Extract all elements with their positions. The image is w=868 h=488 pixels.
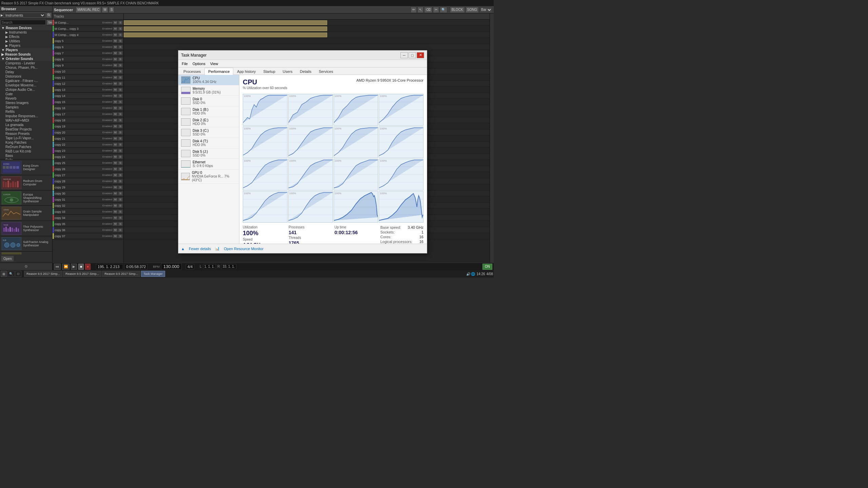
track-s-btn[interactable]: S xyxy=(118,45,123,49)
tree-section-orkester[interactable]: ▶ Reason Sounds xyxy=(0,52,52,57)
tree-item-instruments[interactable]: ▶ Instruments xyxy=(0,30,52,35)
track-s-btn[interactable]: S xyxy=(118,51,123,55)
track-m-btn[interactable]: M xyxy=(113,173,118,177)
tree-item-izotope[interactable]: iZotope Audio Cle... xyxy=(0,87,52,92)
tree-section-reason-devices[interactable]: ▼ Reason Devices xyxy=(0,26,52,30)
tree-item-la-gramada[interactable]: La gramada xyxy=(0,123,52,127)
track-m-btn[interactable]: M xyxy=(113,106,118,110)
track-m-btn[interactable]: M xyxy=(113,222,118,226)
track-m-btn[interactable]: M xyxy=(113,112,118,116)
eraser-tool[interactable]: ⌫ xyxy=(424,7,432,13)
track-m-btn[interactable]: M xyxy=(113,130,118,135)
tree-item-envelope[interactable]: Envelope Moveme... xyxy=(0,83,52,87)
track-s-btn[interactable]: S xyxy=(118,124,123,128)
track-m-btn[interactable]: M xyxy=(113,167,118,171)
taskbar-item-2[interactable]: Reason 9.5 2017 Simp... xyxy=(102,271,140,277)
track-s-btn[interactable]: S xyxy=(118,234,123,238)
tree-item-effects[interactable]: ▶ Effects xyxy=(0,35,52,39)
tree-item-players[interactable]: ▶ Players xyxy=(0,43,52,48)
tm-process-disk1[interactable]: Disk 1 (B:) HDD 0% xyxy=(178,106,239,117)
tree-item-egalicare[interactable]: Egalicare - Filtrare -... xyxy=(0,79,52,83)
tree-item-distorsioni[interactable]: Distorsioni xyxy=(0,74,52,79)
tm-process-memory[interactable]: Memory 9.5/31.9 GB (31%) xyxy=(178,85,239,96)
track-s-btn[interactable]: S xyxy=(118,130,123,135)
track-lane[interactable] xyxy=(124,44,490,50)
start-button[interactable]: ⊞ xyxy=(1,271,7,277)
tree-item-rnb[interactable]: R&B Luv Kit.cmb xyxy=(0,149,52,154)
transport-tempo[interactable]: 130.000 xyxy=(161,263,182,270)
track-s-btn[interactable]: S xyxy=(118,39,123,43)
m-btn[interactable]: M xyxy=(102,7,108,13)
track-s-btn[interactable]: S xyxy=(118,69,123,74)
bar-selector[interactable]: Bar xyxy=(479,7,492,13)
transport-back[interactable]: ⏪ xyxy=(62,264,70,270)
track-m-btn[interactable]: M xyxy=(113,234,118,238)
transport-record[interactable]: ● xyxy=(85,264,91,270)
tree-item-beatstar[interactable]: BeatStar Projects xyxy=(0,127,52,131)
tm-process-disk5[interactable]: Disk 5 (J:) SSD 0% xyxy=(178,148,239,159)
track-s-btn[interactable]: S xyxy=(118,228,123,232)
browser-search-button[interactable]: Search xyxy=(46,20,53,25)
s-btn[interactable]: S xyxy=(109,7,115,13)
track-lane[interactable] xyxy=(124,32,490,38)
browser-open-button[interactable]: Open xyxy=(1,256,14,262)
track-s-btn[interactable]: S xyxy=(118,173,123,177)
track-s-btn[interactable]: S xyxy=(118,118,123,122)
track-s-btn[interactable]: S xyxy=(118,27,123,31)
tm-tab-details[interactable]: Details xyxy=(296,68,315,75)
tm-menu-options[interactable]: Options xyxy=(191,61,208,66)
tm-menu-view[interactable]: View xyxy=(208,61,220,66)
track-s-btn[interactable]: S xyxy=(118,21,123,25)
track-s-btn[interactable]: S xyxy=(118,191,123,196)
track-s-btn[interactable]: S xyxy=(118,143,123,147)
song-btn[interactable]: SONG xyxy=(466,7,479,13)
tree-item-kong-patches[interactable]: Kong Patches xyxy=(0,140,52,145)
track-s-btn[interactable]: S xyxy=(118,179,123,183)
transport-play[interactable]: ▶ xyxy=(71,264,77,270)
track-m-btn[interactable]: M xyxy=(113,27,118,31)
track-m-btn[interactable]: M xyxy=(113,191,118,196)
track-s-btn[interactable]: S xyxy=(118,222,123,226)
track-s-btn[interactable]: S xyxy=(118,100,123,104)
fewer-details-link[interactable]: Fewer details xyxy=(189,247,211,251)
track-m-btn[interactable]: M xyxy=(113,204,118,208)
tm-tab-services[interactable]: Services xyxy=(315,68,337,75)
track-m-btn[interactable]: M xyxy=(113,21,118,25)
block-btn[interactable]: BLOCK xyxy=(450,7,465,13)
pencil-tool[interactable]: ✏ xyxy=(411,7,417,13)
tree-item-reverb[interactable]: Reverb xyxy=(0,96,52,101)
track-s-btn[interactable]: S xyxy=(118,167,123,171)
taskbar-item-1[interactable]: Reason 9.5 2017 Simp... xyxy=(63,271,101,277)
tm-process-gpu[interactable]: GPU 0 NVIDIA GeForce R... 7% (43°C) xyxy=(178,169,239,184)
track-m-btn[interactable]: M xyxy=(113,155,118,159)
track-m-btn[interactable]: M xyxy=(113,185,118,189)
track-m-btn[interactable]: M xyxy=(113,76,118,80)
track-lane[interactable] xyxy=(124,38,490,44)
taskbar-item-task-manager[interactable]: Task Manager xyxy=(141,271,165,277)
track-m-btn[interactable]: M xyxy=(113,198,118,202)
track-s-btn[interactable]: S xyxy=(118,112,123,116)
track-m-btn[interactable]: M xyxy=(113,94,118,98)
tree-item-redrum-patches[interactable]: ReDrum Patches xyxy=(0,145,52,149)
track-m-btn[interactable]: M xyxy=(113,33,118,37)
track-m-btn[interactable]: M xyxy=(113,82,118,86)
track-m-btn[interactable]: M xyxy=(113,100,118,104)
tree-item-chorus[interactable]: Chorus, Phaser, Ph... xyxy=(0,65,52,70)
track-m-btn[interactable]: M xyxy=(113,216,118,220)
taskbar-item-0[interactable]: Reason 9.5 2017 Simp... xyxy=(24,271,62,277)
transport-rewind[interactable]: ⏮ xyxy=(54,264,61,270)
track-s-btn[interactable]: S xyxy=(118,210,123,214)
instruments-dropdown[interactable]: Instruments xyxy=(4,13,45,18)
track-m-btn[interactable]: M xyxy=(113,124,118,128)
open-resource-link[interactable]: Open Resource Monitor xyxy=(224,247,263,251)
track-block[interactable] xyxy=(124,20,327,25)
tree-item-impulse[interactable]: Impulse Responses... xyxy=(0,114,52,118)
track-m-btn[interactable]: M xyxy=(113,149,118,153)
tree-item-compress[interactable]: Compress - Leveler xyxy=(0,61,52,65)
track-m-btn[interactable]: M xyxy=(113,57,118,61)
track-s-btn[interactable]: S xyxy=(118,82,123,86)
transport-on-btn[interactable]: ON xyxy=(482,264,492,270)
track-s-btn[interactable]: S xyxy=(118,216,123,220)
track-s-btn[interactable]: S xyxy=(118,155,123,159)
track-s-btn[interactable]: S xyxy=(118,88,123,92)
